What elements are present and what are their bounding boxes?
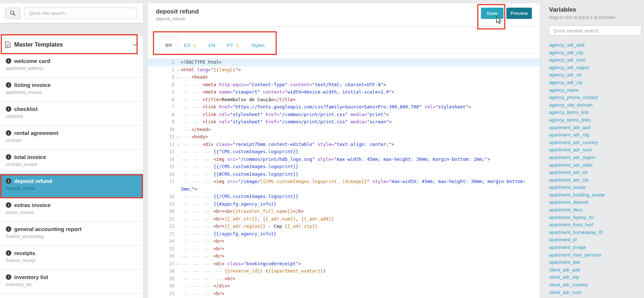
preview-button[interactable]: Preview [506,8,532,19]
editor-line-31[interactable]: 31 ▾ <br> [148,290,540,298]
tab-es[interactable]: ES ⚠ [178,37,203,53]
template-item-finance_receipt[interactable]: i receipts finance_receipt [0,246,143,270]
variable-link-apartment_adr_region[interactable]: apartment_adr_region [549,154,641,162]
code-line-text[interactable]: <img src="/image/{{CMS.customImages.logo… [179,178,540,193]
code-line-text[interactable]: <br> [179,290,540,298]
editor-line-2[interactable]: 2 ▾ <html lang="{{lang}}"> [148,66,540,74]
variable-link-apartment_avatar[interactable]: apartment_avatar [549,184,641,191]
editor-line-20[interactable]: 20 ▾ <br><b>{{traveler_full_name}}</b> [148,208,540,215]
variable-link-client_adr_country[interactable]: client_adr_country [549,281,641,289]
variable-link-agency_terms_links[interactable]: agency_terms_links [549,116,641,124]
variable-link-apartment_adr_add[interactable]: apartment_adr_add [549,124,641,132]
variable-link-apartment_building_avatar[interactable]: apartment_building_avatar [549,191,641,199]
variable-link-apartment_flipkey_ID[interactable]: apartment_flipkey_ID [549,214,641,222]
editor-line-18[interactable]: 18 ▾ {{/CMS.customImages.logoprint}} [148,193,540,200]
editor-line-27[interactable]: 27 ▾ <div class="bookingcodereceipt"> [148,260,540,268]
variable-link-apartment_desc[interactable]: apartment_desc [549,206,641,214]
fold-arrow-icon[interactable]: ▾ [177,141,179,149]
editor-line-28[interactable]: 28 ▾ {{reserve_id}} ({{apartment_avatar}… [148,267,540,275]
tab-br[interactable]: BR [159,37,178,53]
variable-link-agency_adr_num[interactable]: agency_adr_num [549,56,641,64]
code-line-text[interactable]: <link rel="stylesheet" href="/common/pri… [179,118,540,126]
code-line-text[interactable]: <br>{{_adr.region}} - Cep {{_adr.zip}} [179,223,540,230]
code-line-text[interactable]: <body> [179,133,540,141]
editor-line-10[interactable]: 10 ▾ </head> [148,126,540,134]
editor-line-6[interactable]: 6 ▾ <title>Reembolso de Caução</title> [148,96,540,104]
editor-line-23[interactable]: 23 ▾ {{/appcfg.agency_info}} [148,230,540,238]
variable-link-agency_adr_region[interactable]: agency_adr_region [549,64,641,72]
variable-link-client_adr_num[interactable]: client_adr_num [549,289,641,297]
editor-line-29[interactable]: 29 ▾ <br> [148,275,540,283]
template-item-apartment_invoice[interactable]: i listing invoice apartment_invoice [0,78,143,102]
template-item-finance_accounting[interactable]: i general accounting report finance_acco… [0,222,143,246]
variable-link-client_adr_city[interactable]: client_adr_city [549,274,641,281]
editor-line-30[interactable]: 30 ▾ </div> [148,282,540,290]
variable-link-agency_adr_city[interactable]: agency_adr_city [549,49,641,57]
code-line-text[interactable]: <div class="bookingcodereceipt"> [179,260,540,268]
save-button[interactable]: Save [481,8,503,19]
variable-link-agency_adr_zip[interactable]: agency_adr_zip [549,79,641,87]
fold-arrow-icon[interactable]: ▾ [177,74,179,82]
fold-arrow-icon[interactable]: ▾ [177,134,179,141]
variable-link-agency_name[interactable]: agency_name [549,87,641,94]
tab-styles[interactable]: Styles [245,37,270,53]
master-templates-dropdown[interactable]: Master Templates [0,36,143,54]
fold-arrow-icon[interactable]: ▾ [177,67,179,74]
code-line-text[interactable]: <link href="https://fonts.googleapis.com… [179,103,540,111]
template-item-contract_invoice[interactable]: i total invoice contract_invoice [0,150,143,174]
code-line-text[interactable]: <br> [179,275,540,283]
variable-link-client_adr_add[interactable]: client_adr_add [549,266,641,274]
variable-link-apartment_adr_str[interactable]: apartment_adr_str [549,169,641,176]
code-line-text[interactable]: <br><b>{{traveler_full_name}}</b> [179,208,540,215]
variable-link-agency_site_domain[interactable]: agency_site_domain [549,102,641,109]
template-item-deposit_refund[interactable]: i deposit refund deposit_refund [0,174,143,198]
code-line-text[interactable]: {{reserve_id}} ({{apartment_avatar}}) [179,267,540,275]
variable-link-apartment_adr_state[interactable]: apartment_adr_state [549,162,641,169]
variable-link-agency_adr_str[interactable]: agency_adr_str [549,71,641,79]
editor-line-8[interactable]: 8 ▾ <link rel="stylesheet" href="/common… [148,111,540,119]
editor-line-12[interactable]: 12 ▾ <div class="receipt75mm content-edi… [148,141,540,148]
editor-line-11[interactable]: 11 ▾ <body> [148,133,540,141]
code-line-text[interactable]: <br> [179,238,540,245]
editor-line-13[interactable]: 13 ▾ {{^CMS.customImages.logoprint}} [148,148,540,156]
editor-line-21[interactable]: 21 ▾ <br>{{_adr.str}}, {{_adr.num}}, {{_… [148,215,540,223]
code-line-text[interactable]: <br> [179,253,540,260]
code-line-text[interactable]: <link rel="stylesheet" href="/common/pri… [179,111,540,119]
code-line-text[interactable]: <img src="/common/print/hdb_logo.svg" st… [179,156,540,163]
variable-link-agency_adr_add[interactable]: agency_adr_add [549,41,641,49]
variable-link-apartment_image[interactable]: apartment_image [549,244,641,251]
editor-line-25[interactable]: 25 ▾ <br> [148,245,540,253]
variable-link-apartment_max_persons[interactable]: apartment_max_persons [549,251,641,259]
variable-link-apartment_adr_zip[interactable]: apartment_adr_zip [549,176,641,184]
editor-line-7[interactable]: 7 ▾ <link href="https://fonts.googleapis… [148,103,540,111]
code-line-text[interactable]: {{/CMS.customImages.logoprint}} [179,193,540,200]
editor-line-19[interactable]: 19 ▾ {{#appcfg.agency_info}} [148,200,540,208]
variable-link-apartment_adr_num[interactable]: apartment_adr_num [549,146,641,154]
code-line-text[interactable]: </head> [179,126,540,134]
code-line-text[interactable]: <br> [179,245,540,253]
code-line-text[interactable]: <title>Reembolso de Caução</title> [179,96,540,104]
code-editor[interactable]: 1 ▾ <!DOCTYPE html> 2 ▾ <html lang="{{la… [148,59,540,297]
editor-line-22[interactable]: 22 ▾ <br>{{_adr.region}} - Cep {{_adr.zi… [148,223,540,230]
variable-link-apartment_adr_country[interactable]: apartment_adr_country [549,139,641,147]
variable-link-apartment_front_href[interactable]: apartment_front_href [549,221,641,229]
tab-pt[interactable]: PT ⚠ [221,37,245,53]
template-item-extras_invoice[interactable]: i extras invoice extras_invoice [0,198,143,222]
code-line-text[interactable]: <div class="receipt75mm content-editable… [179,141,540,148]
variable-link-agency_phone_contact[interactable]: agency_phone_contact [549,94,641,102]
variable-link-client_adr_region[interactable]: client_adr_region [549,296,641,298]
code-line-text[interactable]: <meta http-equiv="Content-Type" content=… [179,81,540,89]
code-line-text[interactable]: {{/CMS.customImages.logoprint}} [179,163,540,171]
editor-line-4[interactable]: 4 ▾ <meta http-equiv="Content-Type" cont… [148,81,540,89]
editor-line-26[interactable]: 26 ▾ <br> [148,253,540,260]
code-line-text[interactable]: <!DOCTYPE html> [179,59,540,66]
code-line-text[interactable]: <head> [179,73,540,81]
code-line-text[interactable]: <html lang="{{lang}}"> [179,66,540,74]
code-line-text[interactable]: </div> [179,282,540,290]
template-item-inventory_list[interactable]: i inventory list inventory_list [0,270,143,294]
editor-line-14[interactable]: 14 ▾ <img src="/common/print/hdb_logo.sv… [148,156,540,163]
editor-line-3[interactable]: 3 ▾ <head> [148,73,540,81]
template-search-input[interactable] [24,8,137,19]
editor-line-15[interactable]: 15 ▾ {{/CMS.customImages.logoprint}} [148,163,540,171]
variable-link-apartment_adr_city[interactable]: apartment_adr_city [549,131,641,139]
